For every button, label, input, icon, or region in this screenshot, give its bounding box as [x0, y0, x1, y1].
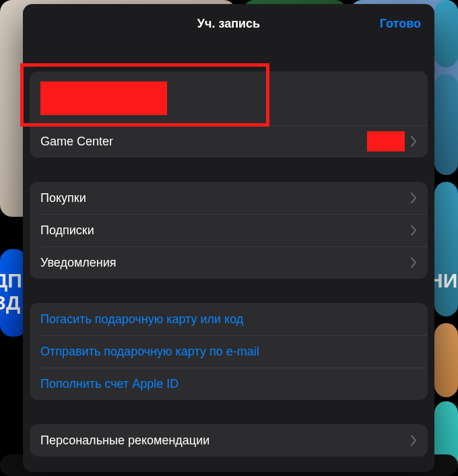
personal-recommendations-row[interactable]: Персональные рекомендации	[30, 424, 428, 456]
row-label: Уведомления	[40, 256, 410, 270]
chevron-right-icon	[410, 257, 417, 268]
notifications-row[interactable]: Уведомления	[30, 246, 428, 279]
send-gift-link[interactable]: Отправить подарочную карту по e-mail	[30, 335, 428, 368]
row-label: Персональные рекомендации	[40, 434, 410, 448]
profile-row[interactable]	[30, 71, 428, 125]
account-sheet: Уч. запись Готово Game Center Покупки По…	[23, 4, 434, 472]
chevron-right-icon	[410, 225, 417, 236]
sheet-header: Уч. запись Готово	[23, 4, 434, 43]
chevron-right-icon	[410, 435, 417, 446]
group-recommendations: Персональные рекомендации	[30, 424, 428, 456]
done-button[interactable]: Готово	[380, 4, 421, 43]
redaction-box	[40, 81, 167, 115]
row-label: Покупки	[40, 191, 410, 205]
sheet-title: Уч. запись	[197, 17, 260, 31]
group-profile: Game Center	[30, 71, 428, 158]
redaction-box	[367, 131, 405, 151]
chevron-right-icon	[410, 136, 417, 147]
row-label: Отправить подарочную карту по e-mail	[40, 345, 417, 359]
redeem-gift-link[interactable]: Погасить подарочную карту или код	[30, 303, 428, 335]
subscriptions-row[interactable]: Подписки	[30, 214, 428, 246]
purchases-row[interactable]: Покупки	[30, 182, 428, 214]
group-links: Погасить подарочную карту или код Отправ…	[30, 303, 428, 400]
chevron-right-icon	[410, 193, 417, 203]
row-label: Пополнить счет Apple ID	[40, 377, 417, 391]
row-label: Подписки	[40, 224, 410, 238]
game-center-label: Game Center	[40, 135, 367, 149]
add-funds-link[interactable]: Пополнить счет Apple ID	[30, 368, 428, 400]
group-general: Покупки Подписки Уведомления	[30, 182, 428, 279]
game-center-row[interactable]: Game Center	[30, 125, 428, 158]
row-label: Погасить подарочную карту или код	[40, 312, 417, 327]
